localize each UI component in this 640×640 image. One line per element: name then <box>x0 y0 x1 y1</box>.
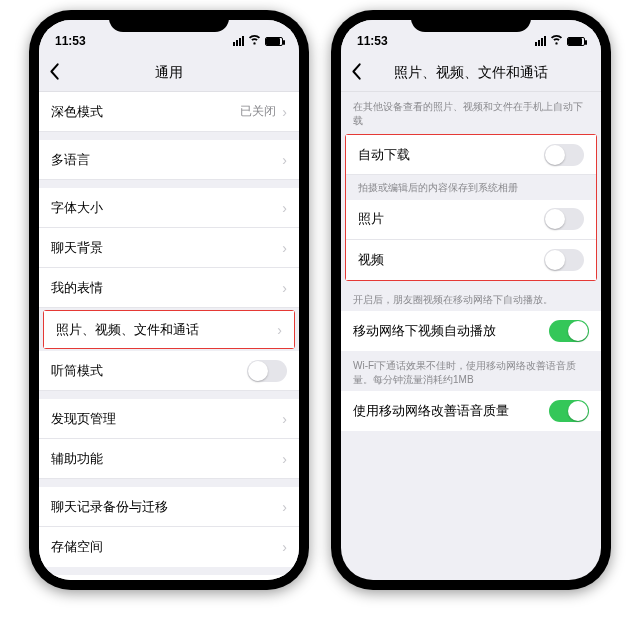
row-stickers[interactable]: 我的表情 › <box>39 268 299 308</box>
toggle-earpiece[interactable] <box>247 360 287 382</box>
row-label: 照片 <box>358 210 384 228</box>
row-language[interactable]: 多语言 › <box>39 140 299 180</box>
page-title: 照片、视频、文件和通话 <box>394 64 548 82</box>
row-media[interactable]: 照片、视频、文件和通话 › <box>44 311 294 348</box>
nav-bar: 照片、视频、文件和通话 <box>341 54 601 92</box>
chevron-right-icon: › <box>282 104 287 120</box>
group-header-autoplay: 开启后，朋友圈视频在移动网络下自动播放。 <box>341 285 601 312</box>
chevron-right-icon: › <box>277 322 282 338</box>
chevron-right-icon: › <box>282 152 287 168</box>
row-label: 辅助功能 <box>51 450 103 468</box>
chevron-right-icon: › <box>282 499 287 515</box>
notch <box>411 10 531 32</box>
screen-left: 11:53 通用 深色模式 已关闭 › <box>39 20 299 580</box>
group-header-voice: Wi-Fi下通话效果不佳时，使用移动网络改善语音质量。每分钟流量消耗约1MB <box>341 351 601 391</box>
group-header-save: 拍摄或编辑后的内容保存到系统相册 <box>346 175 596 200</box>
row-label: 深色模式 <box>51 103 103 121</box>
battery-icon <box>265 37 283 46</box>
status-time: 11:53 <box>357 34 388 48</box>
row-discover[interactable]: 发现页管理 › <box>39 399 299 439</box>
screen-right: 11:53 照片、视频、文件和通话 在其他设备查看的照片、视频和文件在手机上自动… <box>341 20 601 580</box>
row-clear-chat[interactable]: 清空聊天记录 <box>39 575 299 580</box>
highlight-media-row: 照片、视频、文件和通话 › <box>43 310 295 349</box>
signal-icon <box>233 36 244 46</box>
row-label: 字体大小 <box>51 199 103 217</box>
row-label: 视频 <box>358 251 384 269</box>
content-right: 在其他设备查看的照片、视频和文件在手机上自动下载 自动下载 拍摄或编辑后的内容保… <box>341 92 601 580</box>
signal-icon <box>535 36 546 46</box>
toggle-video[interactable] <box>544 249 584 271</box>
wifi-icon <box>550 35 563 47</box>
row-earpiece[interactable]: 听筒模式 <box>39 351 299 391</box>
status-right <box>535 35 585 47</box>
chevron-right-icon: › <box>282 451 287 467</box>
row-label: 发现页管理 <box>51 410 116 428</box>
toggle-voice-quality[interactable] <box>549 400 589 422</box>
chevron-right-icon: › <box>282 200 287 216</box>
page-title: 通用 <box>155 64 183 82</box>
row-label: 使用移动网络改善语音质量 <box>353 402 509 420</box>
chevron-right-icon: › <box>282 240 287 256</box>
status-right <box>233 35 283 47</box>
row-label: 我的表情 <box>51 279 103 297</box>
row-chatbg[interactable]: 聊天背景 › <box>39 228 299 268</box>
row-darkmode[interactable]: 深色模式 已关闭 › <box>39 92 299 132</box>
chevron-right-icon: › <box>282 411 287 427</box>
battery-icon <box>567 37 585 46</box>
row-label: 多语言 <box>51 151 90 169</box>
row-auto-download[interactable]: 自动下载 <box>346 135 596 175</box>
phone-mock-right: 11:53 照片、视频、文件和通话 在其他设备查看的照片、视频和文件在手机上自动… <box>331 10 611 590</box>
chevron-right-icon: › <box>282 539 287 555</box>
row-label: 照片、视频、文件和通话 <box>56 321 199 339</box>
chevron-left-icon <box>49 62 61 80</box>
row-voice-quality[interactable]: 使用移动网络改善语音质量 <box>341 391 601 431</box>
nav-bar: 通用 <box>39 54 299 92</box>
row-backup[interactable]: 聊天记录备份与迁移 › <box>39 487 299 527</box>
row-label: 自动下载 <box>358 146 410 164</box>
toggle-photo[interactable] <box>544 208 584 230</box>
row-storage[interactable]: 存储空间 › <box>39 527 299 567</box>
content-left: 深色模式 已关闭 › 多语言 › 字体大小 › 聊天背景 › 我的表 <box>39 92 299 580</box>
status-time: 11:53 <box>55 34 86 48</box>
row-label: 听筒模式 <box>51 362 103 380</box>
toggle-autoplay[interactable] <box>549 320 589 342</box>
row-photo[interactable]: 照片 <box>346 200 596 240</box>
row-label: 聊天背景 <box>51 239 103 257</box>
row-accessibility[interactable]: 辅助功能 › <box>39 439 299 479</box>
row-label: 聊天记录备份与迁移 <box>51 498 168 516</box>
group-header-autodl: 在其他设备查看的照片、视频和文件在手机上自动下载 <box>341 92 601 132</box>
wifi-icon <box>248 35 261 47</box>
row-value: 已关闭 <box>240 103 276 120</box>
chevron-left-icon <box>351 62 363 80</box>
chevron-right-icon: › <box>282 280 287 296</box>
highlight-save-group: 自动下载 拍摄或编辑后的内容保存到系统相册 照片 视频 <box>345 134 597 281</box>
phone-mock-left: 11:53 通用 深色模式 已关闭 › <box>29 10 309 590</box>
notch <box>109 10 229 32</box>
back-button[interactable] <box>49 62 61 83</box>
row-label: 移动网络下视频自动播放 <box>353 322 496 340</box>
row-label: 存储空间 <box>51 538 103 556</box>
row-fontsize[interactable]: 字体大小 › <box>39 188 299 228</box>
back-button[interactable] <box>351 62 363 83</box>
row-autoplay[interactable]: 移动网络下视频自动播放 <box>341 311 601 351</box>
toggle-auto-download[interactable] <box>544 144 584 166</box>
row-video[interactable]: 视频 <box>346 240 596 280</box>
